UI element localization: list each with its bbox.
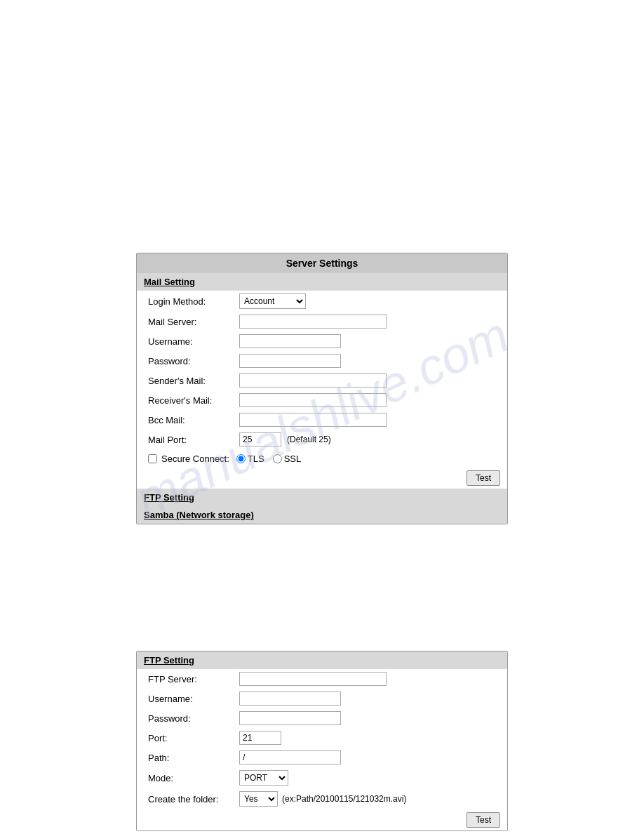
username-label: Username: (148, 336, 239, 347)
sender-mail-row: Sender's Mail: (137, 371, 507, 390)
username-input[interactable] (239, 334, 341, 348)
secure-connect-row: Secure Connect: TLS SSL (137, 449, 507, 468)
login-method-label: Login Method: (148, 296, 239, 307)
login-method-row: Login Method: Account None Login Plain C… (137, 291, 507, 312)
server-settings-panel: Server Settings Mail Setting Login Metho… (136, 253, 508, 524)
receiver-mail-row: Receiver's Mail: (137, 390, 507, 410)
ftp-server-label: FTP Server: (148, 674, 239, 684)
mail-server-label: Mail Server: (148, 317, 239, 327)
ftp-server-control (239, 672, 496, 686)
password-control (239, 354, 496, 368)
mail-port-control: (Default 25) (239, 432, 496, 446)
mail-test-button-row: Test (137, 468, 507, 489)
ftp-username-row: Username: (137, 689, 507, 708)
ftp-panel: FTP Setting FTP Server: Username: Passwo… (136, 651, 508, 831)
ftp-panel-title: FTP Setting (137, 651, 507, 669)
password-label: Password: (148, 356, 239, 366)
ssl-option[interactable]: SSL (273, 454, 302, 464)
create-folder-control: Yes No (ex:Path/20100115/121032m.avi) (239, 791, 496, 807)
username-row: Username: (137, 331, 507, 351)
secure-connect-label: Secure Connect: (161, 454, 229, 464)
mail-setting-section-header: Mail Setting (137, 273, 507, 291)
secure-connect-options: TLS SSL (236, 454, 301, 464)
ftp-username-input[interactable] (239, 691, 341, 706)
sender-mail-input[interactable] (239, 373, 387, 388)
ftp-mode-label: Mode: (148, 773, 239, 783)
ftp-password-row: Password: (137, 708, 507, 728)
mail-server-control (239, 315, 496, 329)
username-control (239, 334, 496, 348)
ftp-password-label: Password: (148, 713, 239, 724)
create-folder-label: Create the folder: (148, 794, 239, 805)
login-method-control: Account None Login Plain CRAM-MD5 (239, 293, 496, 309)
ftp-port-label: Port: (148, 733, 239, 743)
bcc-mail-row: Bcc Mail: (137, 410, 507, 430)
ssl-radio[interactable] (273, 454, 282, 463)
ftp-server-row: FTP Server: (137, 669, 507, 689)
samba-section-header: Samba (Network storage) (137, 506, 507, 524)
ftp-server-input[interactable] (239, 672, 387, 686)
password-input[interactable] (239, 354, 341, 368)
ftp-password-control (239, 711, 496, 725)
password-row: Password: (137, 351, 507, 371)
mail-test-button[interactable]: Test (467, 470, 500, 486)
page-wrapper: Server Settings Mail Setting Login Metho… (0, 0, 644, 834)
mail-port-label: Mail Port: (148, 435, 239, 445)
login-method-select[interactable]: Account None Login Plain CRAM-MD5 (239, 293, 306, 309)
receiver-mail-input[interactable] (239, 393, 387, 407)
mail-port-input[interactable] (239, 432, 281, 446)
ftp-port-row: Port: (137, 728, 507, 748)
bcc-mail-label: Bcc Mail: (148, 415, 239, 425)
ftp-username-label: Username: (148, 694, 239, 704)
ftp-password-input[interactable] (239, 711, 341, 725)
create-folder-example: (ex:Path/20100115/121032m.avi) (282, 794, 406, 804)
tls-radio[interactable] (236, 454, 246, 463)
ftp-username-control (239, 691, 496, 706)
ftp-mode-row: Mode: PORT PASV (137, 767, 507, 788)
ftp-setting-section-header: FTP Setting (137, 489, 507, 506)
receiver-mail-label: Receiver's Mail: (148, 395, 239, 406)
secure-connect-checkbox[interactable] (148, 454, 157, 463)
ftp-port-control (239, 731, 496, 745)
create-folder-select[interactable]: Yes No (239, 791, 278, 807)
ftp-test-button[interactable]: Test (467, 812, 500, 828)
ftp-path-label: Path: (148, 753, 239, 763)
mail-server-input[interactable] (239, 315, 387, 329)
mail-port-default: (Default 25) (287, 435, 331, 444)
ftp-path-control (239, 750, 496, 764)
create-folder-row: Create the folder: Yes No (ex:Path/20100… (137, 788, 507, 809)
bcc-mail-input[interactable] (239, 413, 387, 427)
ftp-mode-select[interactable]: PORT PASV (239, 770, 288, 786)
ftp-path-row: Path: (137, 748, 507, 767)
server-settings-title: Server Settings (137, 253, 507, 273)
ftp-mode-control: PORT PASV (239, 770, 496, 786)
ssl-label: SSL (284, 454, 302, 464)
sender-mail-control (239, 373, 496, 388)
ftp-test-button-row: Test (137, 809, 507, 830)
bcc-mail-control (239, 413, 496, 427)
receiver-mail-control (239, 393, 496, 407)
tls-option[interactable]: TLS (236, 454, 264, 464)
sender-mail-label: Sender's Mail: (148, 376, 239, 386)
tls-label: TLS (248, 454, 264, 464)
mail-server-row: Mail Server: (137, 312, 507, 331)
tls-ssl-group: TLS SSL (236, 454, 301, 464)
mail-port-row: Mail Port: (Default 25) (137, 430, 507, 449)
ftp-port-input[interactable] (239, 731, 281, 745)
ftp-path-input[interactable] (239, 750, 341, 764)
